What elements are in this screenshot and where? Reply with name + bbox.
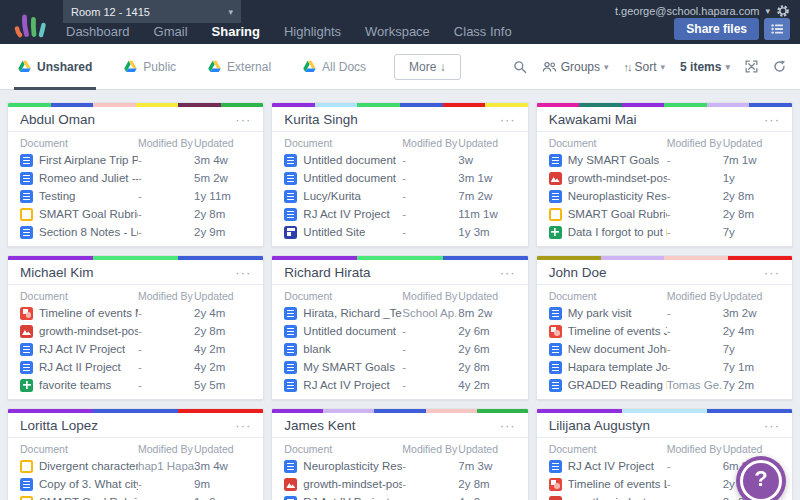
document-row[interactable]: Romeo and Juliet -- My... - 5m 2w <box>8 169 263 187</box>
document-row[interactable]: Data I forgot to put in ... - 7y <box>537 223 792 241</box>
document-row[interactable]: Untitled document - 2y 6m <box>272 322 527 340</box>
document-row[interactable]: favorite teams - 5y 5m <box>8 376 263 394</box>
document-row[interactable]: Divergent characters hap1 Hapa... 3m 4w <box>8 457 263 475</box>
document-row[interactable]: Hapara template John ... - 7y 1m <box>537 358 792 376</box>
class-selector-dropdown[interactable]: Room 12 - 1415 ▾ <box>63 0 241 23</box>
slides-icon <box>20 460 33 473</box>
nav-tab-sharing[interactable]: Sharing <box>212 24 260 39</box>
document-row[interactable]: Neuroplasticity Respo... - 2y 8m <box>537 187 792 205</box>
nav-tab-highlights[interactable]: Highlights <box>284 24 341 39</box>
document-row[interactable]: growth-mindset-poste... - 1y <box>537 169 792 187</box>
docs-icon <box>20 154 33 167</box>
updated-value: 5m 2w <box>194 172 251 184</box>
updated-value: 4y 2m <box>194 361 251 373</box>
help-button[interactable]: ? <box>736 456 786 500</box>
document-row[interactable]: Untitled Site - 1y 3m <box>272 223 527 241</box>
list-view-icon[interactable] <box>764 18 790 40</box>
document-row[interactable]: Timeline of events Mic... - 2y 4m <box>8 304 263 322</box>
slides-icon <box>20 496 33 500</box>
column-updated: Updated <box>723 137 780 149</box>
nav-tab-class-info[interactable]: Class Info <box>454 24 512 39</box>
document-row[interactable]: First Airplane Trip Pas... - 3m 4w <box>8 151 263 169</box>
document-row[interactable]: RJ Act II Project - 4y 2m <box>8 358 263 376</box>
filter-tab-all-docs[interactable]: All Docs <box>299 44 370 90</box>
document-row[interactable]: RJ Act IV Project - 4y 2m <box>8 340 263 358</box>
document-row[interactable]: SMART Goal Rubric - 2y 8m <box>537 205 792 223</box>
modified-by-value: - <box>402 361 458 373</box>
filter-tab-external[interactable]: External <box>204 44 275 90</box>
card-options-icon[interactable]: ··· <box>500 421 516 431</box>
card-options-icon[interactable]: ··· <box>500 268 516 278</box>
sort-dropdown[interactable]: ↑↓ Sort ▾ <box>624 60 666 74</box>
docs-icon <box>20 361 33 374</box>
document-row[interactable]: Testing - 1y 11m <box>8 187 263 205</box>
chevron-down-icon: ▾ <box>604 62 609 72</box>
document-row[interactable]: Untitled document - 3w <box>272 151 527 169</box>
nav-tab-workspace[interactable]: Workspace <box>365 24 430 39</box>
groups-dropdown[interactable]: Groups ▾ <box>542 60 609 74</box>
document-row[interactable]: New document John D... - 7y <box>537 340 792 358</box>
document-row[interactable]: RJ Act IV Project - 4y 2m <box>272 493 527 500</box>
document-row[interactable]: My SMART Goals - 2y 8m <box>272 358 527 376</box>
document-row[interactable]: Lucy/Kurita - 7m 2w <box>272 187 527 205</box>
document-row[interactable]: My SMART Goals - 7m 1w <box>537 151 792 169</box>
search-icon[interactable] <box>513 60 527 74</box>
nav-tab-dashboard[interactable]: Dashboard <box>66 24 130 39</box>
document-row[interactable]: Section 8 Notes - Loyal... - 2y 9m <box>8 223 263 241</box>
nav-tab-gmail[interactable]: Gmail <box>154 24 188 39</box>
fullscreen-icon[interactable] <box>745 60 758 73</box>
card-options-icon[interactable]: ··· <box>764 421 780 431</box>
image-icon <box>549 172 562 185</box>
document-row[interactable]: RJ Act IV Project - 11m 1w <box>272 205 527 223</box>
document-row[interactable]: Copy of 3. What city is ... - 9m <box>8 475 263 493</box>
card-options-icon[interactable]: ··· <box>764 115 780 125</box>
gear-icon[interactable] <box>776 4 790 18</box>
student-card: Loritta Lopez ··· Document Modified By U… <box>7 408 264 500</box>
document-row[interactable]: RJ Act IV Project - 4y 2m <box>272 376 527 394</box>
document-row[interactable]: growth-mindset-poste... - 2y 8m <box>8 322 263 340</box>
document-title: SMART Goal Rubric <box>568 208 667 220</box>
card-options-icon[interactable]: ··· <box>235 268 251 278</box>
document-row[interactable]: Timeline of events Joh... - 2y 4m <box>537 322 792 340</box>
more-filters-button[interactable]: More ↓ <box>394 54 461 80</box>
modified-by-value: - <box>138 172 194 184</box>
card-options-icon[interactable]: ··· <box>764 268 780 278</box>
updated-value: 2y 8m <box>723 208 780 220</box>
card-options-icon[interactable]: ··· <box>235 115 251 125</box>
items-count-label: 5 items <box>680 60 721 74</box>
document-row[interactable]: My park visit - 3m 2w <box>537 304 792 322</box>
share-files-button[interactable]: Share files <box>674 18 759 40</box>
items-count-dropdown[interactable]: 5 items ▾ <box>680 60 730 74</box>
column-document: Document <box>20 443 138 455</box>
document-title: Untitled document <box>303 154 396 166</box>
document-table-header: Document Modified By Updated <box>272 287 527 304</box>
document-row[interactable]: GRADED Reading Refl... Tomas Ge... 7y 2m <box>537 376 792 394</box>
document-row[interactable]: Hirata, Richard _Test ... School Ap... 8… <box>272 304 527 322</box>
docs-icon <box>20 226 33 239</box>
document-title: First Airplane Trip Pas... <box>39 154 138 166</box>
updated-value: 2y 6m <box>458 343 515 355</box>
filter-tab-label: Unshared <box>37 60 92 74</box>
updated-value: 2y 8m <box>458 361 515 373</box>
card-options-icon[interactable]: ··· <box>500 115 516 125</box>
updated-value: 7m 1w <box>723 154 780 166</box>
card-options-icon[interactable]: ··· <box>235 421 251 431</box>
document-row[interactable]: blank - 2y 6m <box>272 340 527 358</box>
docs-icon <box>284 460 297 473</box>
updated-value: 1y 3m <box>458 226 515 238</box>
document-row[interactable]: SMART Goal Rubric - 2y 8m <box>8 205 263 223</box>
refresh-icon[interactable] <box>773 60 786 73</box>
filter-tab-unshared[interactable]: Unshared <box>14 44 96 90</box>
account-menu[interactable]: t.george@school.hapara.com ▾ <box>615 4 790 18</box>
document-title: RJ Act IV Project <box>568 460 654 472</box>
filter-tab-public[interactable]: Public <box>120 44 180 90</box>
modified-by-value: - <box>138 379 194 391</box>
group-color-stripes <box>8 103 263 107</box>
modified-by-value: - <box>402 154 458 166</box>
document-row[interactable]: SMART Goal Rubric - 1y 9m <box>8 493 263 500</box>
modified-by-value: - <box>667 361 723 373</box>
document-row[interactable]: Untitled document - 3m 1w <box>272 169 527 187</box>
document-row[interactable]: Neuroplasticity Respo... - 7m 3w <box>272 457 527 475</box>
document-row[interactable]: growth-mindset-poste... - 2y 8m <box>272 475 527 493</box>
updated-value: 2y 6m <box>458 325 515 337</box>
